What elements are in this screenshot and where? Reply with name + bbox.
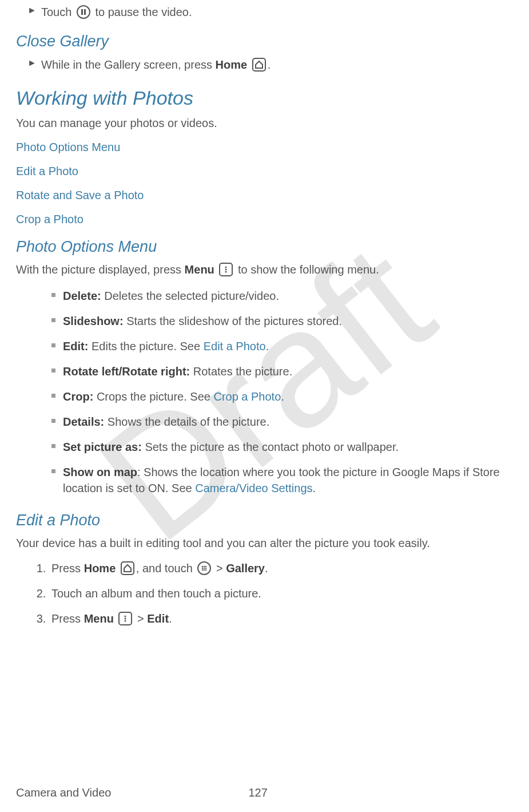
edit-photo-steps: Press Home , and touch > Gallery. [16,556,513,631]
link-edit-a-photo[interactable]: Edit a Photo [16,163,513,179]
heading-edit-a-photo: Edit a Photo [16,510,513,532]
svg-point-9 [202,569,203,571]
text: Press [51,612,84,625]
text: Edits the picture. See [88,340,203,352]
footer-section: Camera and Video [16,785,111,801]
list-item: Delete: Deletes the selected picture/vid… [16,283,513,308]
text: , and touch [136,562,196,575]
heading-working-with-photos: Working with Photos [16,85,513,112]
text-bold: Set picture as: [63,441,142,453]
text: . [169,612,172,625]
list-item: Press Home , and touch > Gallery. [49,556,513,581]
menu-icon [219,263,233,276]
svg-point-11 [205,569,206,571]
footer-page-number: 127 [248,785,267,801]
close-gallery-step: ► While in the Gallery screen, press Hom… [27,55,513,74]
text-bold: Slideshow: [63,315,124,327]
list-item: Slideshow: Starts the slideshow of the p… [16,308,513,334]
svg-point-2 [225,271,227,273]
text: While in the Gallery screen, press [41,58,216,71]
svg-point-1 [225,269,227,271]
text-bold: Menu [84,612,114,625]
list-item: Edit: Edits the picture. See Edit a Phot… [16,334,513,359]
text: Sets the picture as the contact photo or… [142,441,399,453]
text: Touch [41,6,75,18]
text-bold: Menu [185,263,214,276]
toc-links: Photo Options Menu Edit a Photo Rotate a… [16,139,513,227]
svg-point-14 [125,620,126,621]
heading-close-gallery: Close Gallery [16,31,513,53]
text: Rotates the picture. [190,365,292,378]
pause-video-step: ► Touch to pause the video. [27,2,513,22]
link-camera-video-settings[interactable]: Camera/Video Settings [195,482,312,494]
text: With the picture displayed, press Menu t… [16,262,513,278]
text-bold: Gallery [226,562,265,575]
menu-icon [118,612,132,625]
list-item: Press Menu > Edit. [49,606,513,631]
text: to show the following menu. [238,263,379,276]
text-bold: Details: [63,415,104,428]
svg-point-3 [202,566,203,567]
bullet-arrow-icon: ► [27,4,37,17]
text-bold: Delete: [63,290,101,302]
home-icon [252,58,266,72]
text: You can manage your photos or videos. [16,115,513,131]
svg-point-0 [225,267,227,268]
text-bold: Rotate left/Rotate right: [63,365,190,378]
list-item: Rotate left/Rotate right: Rotates the pi… [16,359,513,384]
text: Your device has a built in editing tool … [16,535,513,551]
text-bold: Home [84,562,116,575]
text-bold: Edit [147,612,169,625]
text: Shows the details of the picture. [104,415,269,428]
link-crop-a-photo[interactable]: Crop a Photo [213,390,281,403]
heading-photo-options-menu: Photo Options Menu [16,236,513,258]
text: Starts the slideshow of the pictures sto… [124,315,342,327]
text: Crops the picture. See [93,390,213,403]
text: Press [51,562,84,575]
text: to pause the video. [96,6,192,18]
link-edit-a-photo[interactable]: Edit a Photo [204,340,266,352]
list-item: Crop: Crops the picture. See Crop a Phot… [16,384,513,409]
link-rotate-and-save[interactable]: Rotate and Save a Photo [16,187,513,203]
home-icon [121,561,134,575]
text: With the picture displayed, press [16,263,185,276]
list-item: Touch an album and then touch a picture. [49,581,513,606]
svg-point-13 [125,617,126,619]
text: . [313,482,316,494]
pause-icon [77,5,90,19]
svg-point-4 [204,566,205,567]
text: Touch an album and then touch a picture. [51,587,261,600]
svg-point-6 [202,568,203,569]
svg-point-8 [205,568,206,569]
text: . [268,58,271,71]
list-item: Set picture as: Sets the picture as the … [16,434,513,460]
text-bold: Show on map [63,466,137,478]
list-item: Details: Shows the details of the pictur… [16,409,513,434]
svg-point-5 [205,566,206,567]
text: . [266,340,269,352]
text: Deletes the selected picture/video. [101,290,279,302]
photo-options-list: Delete: Deletes the selected picture/vid… [16,283,513,501]
svg-point-12 [125,615,126,617]
text-bold: Crop: [63,390,93,403]
link-photo-options-menu[interactable]: Photo Options Menu [16,139,513,155]
page-footer: Camera and Video 127 [16,785,513,801]
text: . [281,390,284,403]
bullet-arrow-icon: ► [27,57,37,69]
apps-icon [197,561,211,575]
link-crop-a-photo[interactable]: Crop a Photo [16,211,513,227]
text-bold: Edit: [63,340,88,352]
list-item: Show on map: Shows the location where yo… [16,460,513,501]
text: > [216,562,226,575]
svg-point-10 [204,569,205,571]
svg-point-7 [204,568,205,569]
text: > [137,612,147,625]
text: . [265,562,268,575]
text-bold: Home [216,58,248,71]
